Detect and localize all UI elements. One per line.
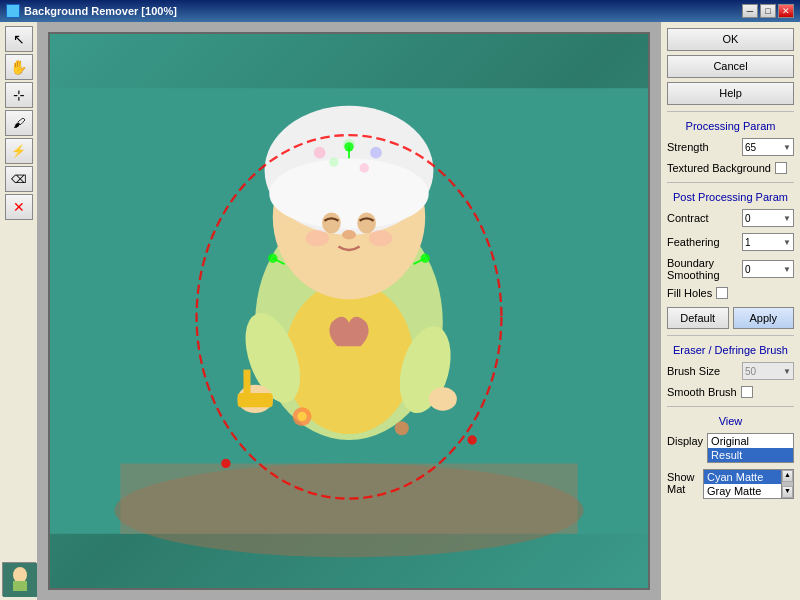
feathering-select[interactable]: 1 ▼	[742, 233, 794, 251]
fill-holes-row: Fill Holes	[667, 287, 794, 299]
cancel-button[interactable]: Cancel	[667, 55, 794, 78]
cursor-tool-btn[interactable]: ↖	[5, 26, 33, 52]
scroll-down-arrow[interactable]: ▼	[782, 486, 793, 498]
strength-label: Strength	[667, 141, 709, 153]
svg-point-26	[369, 230, 392, 246]
default-apply-row: Default Apply	[667, 307, 794, 329]
title-bar-left: Background Remover [100%]	[6, 4, 177, 18]
svg-point-24	[342, 230, 356, 239]
brush-size-value: 50	[745, 366, 756, 377]
feathering-label: Feathering	[667, 236, 720, 248]
thumbnail-preview	[2, 562, 36, 596]
contract-label: Contract	[667, 212, 709, 224]
svg-rect-13	[243, 370, 250, 399]
right-panel: OK Cancel Help Processing Param Strength…	[660, 22, 800, 600]
eraser-tool-btn[interactable]: ⌫	[5, 166, 33, 192]
divider-3	[667, 335, 794, 336]
svg-rect-2	[13, 581, 27, 591]
strength-select[interactable]: 65 ▼	[742, 138, 794, 156]
feathering-row: Feathering 1 ▼	[667, 233, 794, 251]
display-original[interactable]: Original	[708, 434, 793, 448]
smooth-brush-checkbox[interactable]	[741, 386, 753, 398]
strength-row: Strength 65 ▼	[667, 138, 794, 156]
svg-point-17	[314, 147, 326, 159]
svg-point-1	[13, 567, 27, 583]
display-list: Original Result	[707, 433, 794, 463]
svg-point-35	[467, 435, 476, 444]
processing-param-header: Processing Param	[667, 118, 794, 134]
brush-size-label: Brush Size	[667, 365, 720, 377]
title-bar: Background Remover [100%] ─ □ ✕	[0, 0, 800, 22]
smooth-brush-label: Smooth Brush	[667, 386, 737, 398]
svg-point-28	[297, 412, 306, 421]
svg-point-32	[268, 254, 277, 263]
svg-point-23	[357, 213, 376, 234]
title-buttons: ─ □ ✕	[742, 4, 794, 18]
fill-holes-checkbox[interactable]	[716, 287, 728, 299]
strength-value: 65	[745, 142, 756, 153]
svg-point-22	[322, 213, 341, 234]
svg-point-19	[370, 147, 382, 159]
svg-point-25	[306, 230, 329, 246]
image-container[interactable]	[48, 32, 650, 590]
boundary-smoothing-label: Boundary Smoothing	[667, 257, 720, 281]
gray-matte-item[interactable]: Gray Matte	[704, 484, 793, 498]
left-toolbar: ↖ ✋ ⊹ 🖌 ⚡ ⌫ ✕	[0, 22, 38, 600]
brush-tool-btn[interactable]: 🖌	[5, 110, 33, 136]
eraser-section-header: Eraser / Defringe Brush	[667, 342, 794, 358]
svg-point-21	[329, 157, 338, 166]
feathering-value: 1	[745, 237, 751, 248]
svg-point-11	[429, 387, 457, 410]
divider-4	[667, 406, 794, 407]
app-icon	[6, 4, 20, 18]
svg-point-31	[344, 142, 353, 151]
svg-rect-12	[238, 393, 273, 407]
divider-1	[667, 111, 794, 112]
textured-bg-row: Textured Background	[667, 162, 794, 174]
magic-tool-btn[interactable]: ⚡	[5, 138, 33, 164]
textured-bg-label: Textured Background	[667, 162, 771, 174]
help-button[interactable]: Help	[667, 82, 794, 105]
mat-scrollbar: ▲ ▼	[781, 470, 793, 498]
main-container: ↖ ✋ ⊹ 🖌 ⚡ ⌫ ✕	[0, 22, 800, 600]
strength-arrow: ▼	[783, 143, 791, 152]
scroll-up-arrow[interactable]: ▲	[782, 470, 793, 482]
close-button[interactable]: ✕	[778, 4, 794, 18]
show-mat-row: Show Mat Cyan Matte Gray Matte ▲ ▼	[667, 469, 794, 499]
smooth-brush-row: Smooth Brush	[667, 386, 794, 398]
default-button[interactable]: Default	[667, 307, 729, 329]
lasso-tool-btn[interactable]: ⊹	[5, 82, 33, 108]
photo-area	[50, 34, 648, 588]
maximize-button[interactable]: □	[760, 4, 776, 18]
window-title: Background Remover [100%]	[24, 5, 177, 17]
delete-tool-btn[interactable]: ✕	[5, 194, 33, 220]
svg-point-29	[395, 421, 409, 435]
svg-point-34	[221, 459, 230, 468]
textured-bg-checkbox[interactable]	[775, 162, 787, 174]
canvas-area	[38, 22, 660, 600]
minimize-button[interactable]: ─	[742, 4, 758, 18]
display-label: Display	[667, 433, 703, 447]
display-row: Display Original Result	[667, 433, 794, 463]
contract-value: 0	[745, 213, 751, 224]
boundary-row: Boundary Smoothing 0 ▼	[667, 257, 794, 281]
show-mat-list: Cyan Matte Gray Matte ▲ ▼	[703, 469, 794, 499]
cyan-matte-item[interactable]: Cyan Matte	[704, 470, 793, 484]
post-processing-header: Post Processing Param	[667, 189, 794, 205]
contract-select[interactable]: 0 ▼	[742, 209, 794, 227]
ok-button[interactable]: OK	[667, 28, 794, 51]
fill-holes-label: Fill Holes	[667, 287, 712, 299]
brush-size-select: 50 ▼	[742, 362, 794, 380]
svg-point-16	[269, 159, 428, 229]
view-section-header: View	[667, 413, 794, 429]
contract-row: Contract 0 ▼	[667, 209, 794, 227]
svg-point-20	[360, 163, 369, 172]
smoothing-select[interactable]: 0 ▼	[742, 260, 794, 278]
hand-tool-btn[interactable]: ✋	[5, 54, 33, 80]
display-result[interactable]: Result	[708, 448, 793, 462]
brush-size-row: Brush Size 50 ▼	[667, 362, 794, 380]
show-mat-label: Show Mat	[667, 469, 699, 495]
apply-button[interactable]: Apply	[733, 307, 795, 329]
smoothing-value: 0	[745, 264, 751, 275]
divider-2	[667, 182, 794, 183]
